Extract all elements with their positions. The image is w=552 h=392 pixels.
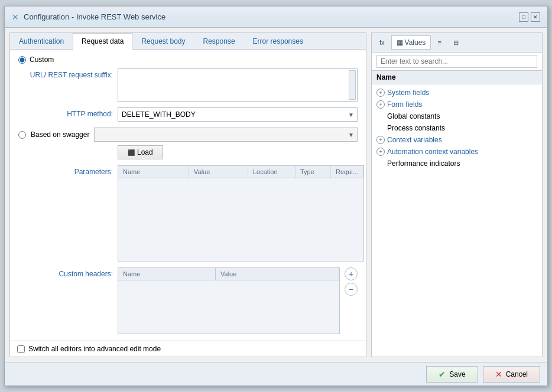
right-panel: fx ▦ Values ≡ ⊞ Name + System fields — [371, 32, 543, 357]
custom-radio-label: Custom — [30, 55, 54, 64]
params-table-area: Name Value Location Type Requi... — [118, 165, 364, 262]
advanced-edit-row: Switch all editors into advanced edit mo… — [17, 345, 161, 353]
save-icon: ✔ — [439, 370, 446, 379]
table-button[interactable]: ⊞ — [448, 36, 464, 50]
params-table-header: Name Value Location Type Requi... — [118, 166, 363, 178]
tree-item-automation-context[interactable]: + Automation context variables — [372, 146, 542, 158]
load-icon: ⬛ — [128, 149, 135, 156]
search-box — [372, 53, 542, 71]
system-fields-expand-icon: + — [376, 89, 385, 97]
form-fields-expand-icon: + — [376, 100, 385, 109]
load-row: ⬛ Load — [118, 145, 358, 159]
params-col-location: Location — [248, 166, 296, 178]
advanced-edit-checkbox[interactable] — [17, 345, 25, 353]
headers-table-area: Name Value — [118, 267, 340, 334]
close-button[interactable]: ✕ — [531, 12, 540, 22]
main-content: Authentication Request data Request body… — [5, 28, 547, 362]
params-col-name: Name — [118, 166, 189, 178]
tree-header: Name — [372, 71, 542, 84]
params-row: Parameters: Name Value Location Type Req… — [18, 165, 358, 262]
tree-item-global-constants[interactable]: Global constants — [372, 110, 542, 122]
panel-content: Custom URL/ REST request suffix: HTTP me… — [10, 50, 366, 341]
tab-authentication[interactable]: Authentication — [10, 33, 73, 49]
http-method-row: HTTP method: GET POST PUT DELETE PATCH D… — [18, 107, 358, 122]
context-variables-label: Context variables — [387, 136, 442, 144]
tab-request-body[interactable]: Request body — [132, 33, 194, 49]
load-btn-label: Load — [137, 148, 153, 156]
form-fields-label: Form fields — [387, 100, 422, 109]
cancel-icon: ✕ — [495, 370, 502, 379]
custom-radio[interactable] — [18, 56, 26, 64]
title-left: ✕ Configuration - Invoke REST Web servic… — [12, 12, 165, 22]
swagger-row: Based on swagger ▼ — [18, 128, 358, 142]
headers-table-body — [118, 280, 339, 334]
parameters-section: Parameters: Name Value Location Type Req… — [18, 165, 358, 262]
title-bar: ✕ Configuration - Invoke REST Web servic… — [5, 6, 547, 28]
process-constants-label: Process constants — [387, 124, 445, 132]
headers-add-button[interactable]: + — [345, 267, 358, 280]
headers-table: Name Value — [118, 267, 340, 334]
fx-button[interactable]: fx — [374, 36, 390, 49]
tree-item-performance-indicators[interactable]: Performance indicators — [372, 158, 542, 169]
params-col-requi: Requi... — [331, 166, 363, 178]
swagger-select[interactable] — [94, 128, 358, 142]
headers-table-header: Name Value — [118, 268, 339, 280]
params-col-type: Type — [296, 166, 331, 178]
headers-section: Custom headers: Name Value + — [18, 267, 358, 334]
swagger-radio[interactable] — [18, 131, 26, 139]
context-variables-expand-icon: + — [376, 136, 385, 144]
cancel-label: Cancel — [506, 370, 528, 378]
tabs-bar: Authentication Request data Request body… — [10, 33, 366, 50]
http-method-select-wrapper: GET POST PUT DELETE PATCH DELETE_WITH_BO… — [118, 107, 358, 122]
search-input[interactable] — [376, 55, 537, 68]
tree-item-context-variables[interactable]: + Context variables — [372, 134, 542, 146]
grid-button[interactable]: ≡ — [432, 36, 446, 49]
save-button[interactable]: ✔ Save — [426, 366, 478, 383]
tab-error-responses[interactable]: Error responses — [244, 33, 312, 49]
url-field-wrapper — [118, 68, 358, 102]
automation-context-expand-icon: + — [376, 148, 385, 156]
http-method-label: HTTP method: — [18, 107, 113, 118]
headers-col-value: Value — [216, 268, 339, 280]
url-label: URL/ REST request suffix: — [18, 68, 113, 79]
tab-response[interactable]: Response — [194, 33, 244, 49]
values-label: Values — [405, 38, 426, 47]
http-method-select[interactable]: GET POST PUT DELETE PATCH DELETE_WITH_BO… — [118, 107, 358, 122]
right-toolbar: fx ▦ Values ≡ ⊞ — [372, 33, 542, 53]
params-table: Name Value Location Type Requi... — [118, 165, 364, 262]
values-button[interactable]: ▦ Values — [391, 35, 431, 50]
headers-remove-button[interactable]: − — [345, 283, 358, 296]
headers-row: Custom headers: Name Value + — [18, 267, 358, 334]
minimize-button[interactable]: □ — [519, 12, 528, 22]
tab-request-data[interactable]: Request data — [73, 33, 132, 50]
tree-item-system-fields[interactable]: + System fields — [372, 87, 542, 99]
url-scrollbar[interactable] — [349, 70, 356, 100]
parameters-label: Parameters: — [18, 165, 113, 176]
custom-headers-label: Custom headers: — [18, 267, 113, 278]
footer-bar: ✔ Save ✕ Cancel — [5, 362, 547, 386]
app-icon: ✕ — [12, 12, 19, 22]
window-title: Configuration - Invoke REST Web service — [24, 12, 165, 21]
headers-col-name: Name — [118, 268, 216, 280]
url-form-row: URL/ REST request suffix: — [18, 68, 358, 102]
swagger-radio-label: Based on swagger — [31, 130, 89, 139]
url-textarea[interactable] — [118, 69, 357, 101]
cancel-button[interactable]: ✕ Cancel — [483, 366, 540, 383]
headers-side-buttons: + − — [345, 267, 358, 296]
title-buttons: □ ✕ — [519, 12, 540, 22]
http-method-field: GET POST PUT DELETE PATCH DELETE_WITH_BO… — [118, 107, 358, 122]
load-button[interactable]: ⬛ Load — [118, 145, 163, 159]
tree-item-process-constants[interactable]: Process constants — [372, 122, 542, 134]
tree-item-form-fields[interactable]: + Form fields — [372, 99, 542, 110]
performance-indicators-label: Performance indicators — [387, 159, 460, 168]
left-panel: Authentication Request data Request body… — [9, 32, 366, 357]
global-constants-label: Global constants — [387, 112, 440, 120]
system-fields-label: System fields — [387, 89, 429, 97]
left-panel-bottom: Switch all editors into advanced edit mo… — [10, 341, 366, 357]
url-textarea-wrapper — [118, 68, 358, 102]
main-window: ✕ Configuration - Invoke REST Web servic… — [4, 6, 548, 386]
tree-content: + System fields + Form fields Global con… — [372, 84, 542, 357]
values-icon: ▦ — [397, 38, 403, 47]
params-table-body — [118, 178, 363, 261]
params-col-value: Value — [189, 166, 248, 178]
